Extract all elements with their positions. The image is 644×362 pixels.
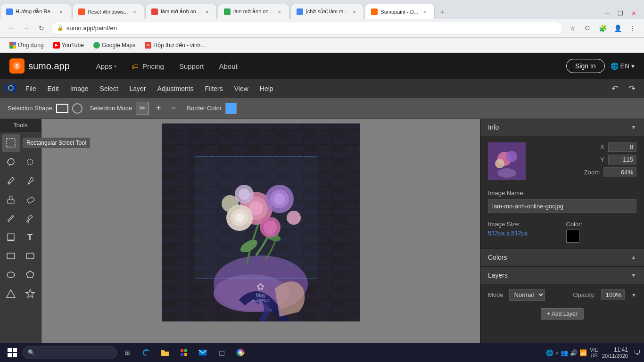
- canvas-area[interactable]: ✿ May FLOWER: [41, 119, 480, 362]
- zoom-input[interactable]: [603, 167, 636, 177]
- mode-subtract-button[interactable]: −: [168, 103, 179, 114]
- lang-selector[interactable]: 🌐 EN ▾: [611, 62, 635, 70]
- stamp-tool[interactable]: [2, 190, 20, 208]
- chevron-up-icon[interactable]: ∧: [555, 350, 559, 355]
- eyedropper-tool[interactable]: [2, 172, 20, 189]
- move-tool[interactable]: [21, 134, 39, 152]
- nav-apps[interactable]: Apps ▾: [89, 53, 124, 79]
- menu-help[interactable]: Help: [254, 79, 279, 98]
- store-icon[interactable]: [175, 344, 192, 361]
- profile-icon[interactable]: 👤: [612, 23, 623, 34]
- address-input[interactable]: 🔒 sumo.app/paint/en: [51, 22, 563, 35]
- minimize-button[interactable]: ─: [603, 10, 612, 17]
- image-name-input[interactable]: [488, 199, 636, 213]
- browser-tab-1[interactable]: Hướng dẫn Re... ×: [0, 4, 71, 19]
- notification-icon[interactable]: 🗨: [634, 349, 640, 356]
- triangle-tool[interactable]: [2, 285, 20, 303]
- bookmark-youtube[interactable]: ▶ YouTube: [50, 41, 88, 49]
- bookmark-apps[interactable]: Ứng dụng: [6, 41, 48, 49]
- image-size-value[interactable]: 512px x 512px: [488, 230, 559, 237]
- rectangular-select-tool[interactable]: Rectangular Select Tool: [2, 134, 20, 152]
- lasso2-tool[interactable]: [21, 153, 39, 171]
- paint-fill-tool[interactable]: [2, 228, 20, 246]
- browser-tab-6[interactable]: Sumopaint - D... ×: [365, 4, 434, 19]
- menu-icon[interactable]: ⋮: [627, 23, 638, 34]
- browser-tab-2[interactable]: Reset Windows... ×: [72, 4, 145, 19]
- x-input[interactable]: [608, 142, 636, 152]
- rect-shape-tool[interactable]: [2, 247, 20, 265]
- clock-display[interactable]: 11:41 20/11/2020: [602, 346, 630, 359]
- menu-filters[interactable]: Filters: [199, 79, 229, 98]
- color-swatch[interactable]: [566, 230, 579, 243]
- nav-support[interactable]: Support: [172, 53, 212, 79]
- eraser-tool[interactable]: [21, 190, 39, 208]
- redo-button[interactable]: ↷: [625, 82, 638, 95]
- reload-button[interactable]: ↻: [36, 23, 47, 34]
- network-icon[interactable]: 🌐: [546, 349, 553, 356]
- bookmark-gmail[interactable]: M Hộp thư đến - vinh...: [141, 41, 209, 49]
- tab-close-6[interactable]: ×: [421, 8, 429, 16]
- maximize-button[interactable]: ❐: [616, 10, 625, 17]
- menu-view[interactable]: View: [229, 79, 254, 98]
- bucket-tool[interactable]: [21, 209, 39, 227]
- extensions-icon[interactable]: 🧩: [597, 23, 608, 34]
- people-icon[interactable]: 👥: [561, 349, 568, 356]
- mail-icon[interactable]: [194, 344, 211, 361]
- tab-close-5[interactable]: ×: [350, 8, 358, 16]
- layers-panel-header[interactable]: Layers ▼: [480, 266, 644, 284]
- taskbar-search[interactable]: 🔍: [23, 346, 117, 359]
- close-window-button[interactable]: ✕: [629, 10, 638, 17]
- tab-close-4[interactable]: ×: [276, 8, 283, 16]
- file-explorer-icon[interactable]: [157, 344, 173, 361]
- lasso-tool[interactable]: [2, 153, 20, 171]
- chrome-icon[interactable]: [232, 344, 249, 361]
- back-button[interactable]: ←: [6, 23, 17, 34]
- info-panel-header[interactable]: Info ▼: [480, 119, 644, 136]
- opacity-input[interactable]: [601, 289, 625, 300]
- polygon-tool[interactable]: [21, 266, 39, 284]
- menu-edit[interactable]: Edit: [42, 79, 65, 98]
- start-button[interactable]: [4, 344, 21, 361]
- signin-button[interactable]: Sign In: [566, 59, 605, 73]
- mode-pencil-button[interactable]: ✏: [136, 102, 149, 115]
- new-tab-button[interactable]: +: [436, 6, 449, 19]
- mode-select[interactable]: Normal: [509, 289, 545, 301]
- colors-panel-header[interactable]: Colors ▲: [480, 248, 644, 266]
- tab-close-1[interactable]: ×: [58, 8, 65, 16]
- sumo-logo[interactable]: S sumo.app: [9, 58, 70, 74]
- menu-image[interactable]: Image: [65, 79, 94, 98]
- wifi-icon[interactable]: 📶: [579, 349, 587, 356]
- text-tool[interactable]: T: [21, 228, 39, 246]
- nav-pricing[interactable]: 🏷 Pricing: [124, 53, 172, 79]
- circle-shape-button[interactable]: [72, 103, 83, 114]
- browser-tab-4[interactable]: làm mờ ảnh on... ×: [218, 4, 289, 19]
- tab-close-2[interactable]: ×: [131, 8, 138, 16]
- forward-button[interactable]: →: [21, 23, 32, 34]
- ellipse-tool[interactable]: [2, 266, 20, 284]
- menu-file[interactable]: File: [20, 79, 42, 98]
- brush-tool[interactable]: [21, 172, 39, 189]
- tab-close-3[interactable]: ×: [203, 8, 211, 16]
- browser-tab-5[interactable]: [chờ sửa] làm m... ×: [290, 4, 364, 19]
- star-tool[interactable]: [21, 285, 39, 303]
- y-input[interactable]: [608, 155, 636, 165]
- edge-icon[interactable]: [138, 344, 155, 361]
- rounded-rect-tool[interactable]: [21, 247, 39, 265]
- mode-add-button[interactable]: +: [153, 103, 164, 114]
- menu-layer[interactable]: Layer: [124, 79, 152, 98]
- rect-shape-button[interactable]: [56, 104, 68, 113]
- add-layer-button[interactable]: + Add Layer: [541, 308, 583, 320]
- unknown-icon[interactable]: ◻: [213, 344, 230, 361]
- volume-icon[interactable]: 🔊: [570, 349, 578, 356]
- browser-tab-3[interactable]: làm mờ ảnh on... ×: [145, 4, 217, 19]
- border-color-swatch[interactable]: [225, 103, 237, 114]
- menu-adjustments[interactable]: Adjustments: [152, 79, 199, 98]
- nav-about[interactable]: About: [211, 53, 245, 79]
- pencil-tool[interactable]: [2, 209, 20, 227]
- undo-button[interactable]: ↶: [608, 82, 621, 95]
- task-view-button[interactable]: ⊞: [119, 344, 136, 361]
- translate-icon[interactable]: G: [582, 23, 593, 34]
- bookmark-maps[interactable]: Google Maps: [90, 41, 139, 49]
- menu-select[interactable]: Select: [94, 79, 124, 98]
- bookmark-icon[interactable]: ☆: [567, 23, 578, 34]
